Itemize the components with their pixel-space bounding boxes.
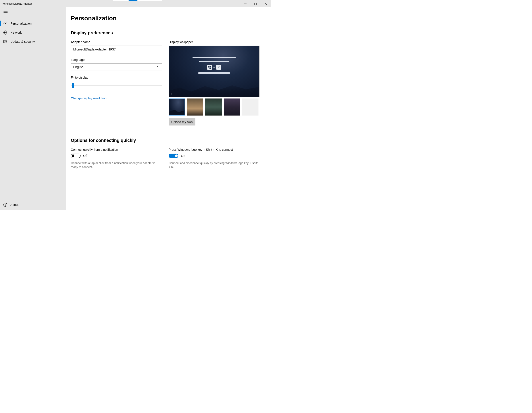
about-label: About (10, 203, 19, 207)
language-select[interactable]: English (71, 63, 162, 71)
quick-notification-label: Connect quickly from a notification (71, 148, 162, 151)
svg-rect-14 (4, 41, 5, 42)
svg-rect-22 (209, 67, 211, 69)
quick-notification-toggle[interactable] (71, 154, 81, 158)
shortcut-state: On (181, 154, 185, 158)
sidebar-item-network[interactable]: Network (0, 28, 66, 37)
wallpaper-preview: + K (169, 46, 260, 97)
window-title: Wireless Display Adapter (0, 2, 32, 5)
k-key-label: K (216, 65, 221, 70)
shortcut-desc: Connect and disconnect quickly by pressi… (169, 161, 260, 169)
sidebar-item-personalization[interactable]: Personalization (0, 19, 66, 28)
titlebar: Wireless Display Adapter (0, 0, 271, 7)
quick-notification-desc: Connect with a tap or click from a notif… (71, 161, 162, 169)
sidebar-item-label: Network (10, 31, 22, 34)
network-icon (3, 30, 7, 35)
sidebar-item-about[interactable]: About (0, 199, 66, 210)
titlebar-accent (113, 0, 162, 1)
plus-icon: + (213, 66, 215, 69)
svg-rect-1 (255, 3, 257, 5)
upload-button[interactable]: Upload my own (169, 118, 195, 125)
maximize-button[interactable] (250, 0, 261, 7)
svg-rect-15 (6, 41, 6, 42)
svg-rect-20 (209, 66, 211, 67)
shortcut-toggle[interactable] (169, 154, 178, 158)
adapter-name-label: Adapter name (71, 40, 162, 44)
wallpaper-thumb-2[interactable] (187, 98, 203, 115)
svg-point-18 (5, 204, 5, 204)
svg-point-8 (6, 23, 7, 24)
hamburger-button[interactable] (0, 7, 11, 18)
wallpaper-thumb-1[interactable] (169, 98, 185, 115)
close-button[interactable] (261, 0, 271, 7)
svg-rect-21 (208, 67, 209, 68)
update-icon (3, 40, 7, 44)
chevron-down-icon (157, 65, 160, 69)
options-heading: Options for connecting quickly (71, 138, 266, 143)
wallpaper-thumb-5[interactable] (242, 98, 258, 115)
minimize-button[interactable] (240, 0, 250, 7)
info-icon (3, 203, 7, 207)
app-window: Wireless Display Adapter Personalization (0, 0, 271, 210)
windows-key-icon (207, 65, 212, 70)
language-value: English (73, 65, 83, 69)
svg-point-7 (4, 23, 5, 24)
slider-thumb[interactable] (72, 83, 74, 88)
adapter-name-input[interactable] (71, 46, 162, 53)
wallpaper-thumb-3[interactable] (205, 98, 222, 115)
sidebar-item-label: Personalization (10, 22, 32, 25)
wallpaper-label: Display wallpaper (169, 40, 260, 44)
page-title: Personalization (71, 15, 266, 22)
nav-list: Personalization Network Update & securit… (0, 19, 66, 46)
svg-rect-19 (208, 67, 209, 67)
sidebar-item-update[interactable]: Update & security (0, 37, 66, 46)
language-label: Language (71, 58, 162, 62)
display-preferences-heading: Display preferences (71, 30, 266, 35)
content-pane: Personalization Display preferences Adap… (66, 7, 271, 210)
sidebar-item-label: Update & security (10, 40, 35, 43)
wallpaper-thumbnails (169, 98, 260, 115)
quick-notification-state: Off (83, 154, 87, 158)
change-resolution-link[interactable]: Change display resolution (71, 96, 106, 100)
personalization-icon (3, 21, 7, 25)
window-controls (240, 0, 271, 7)
fit-slider[interactable] (71, 83, 162, 88)
sidebar: Personalization Network Update & securit… (0, 7, 66, 210)
fit-to-display-label: Fit to display (71, 76, 162, 79)
shortcut-label: Press Windows logo key + Shift + K to co… (169, 148, 260, 151)
wallpaper-thumb-4[interactable] (224, 98, 240, 115)
